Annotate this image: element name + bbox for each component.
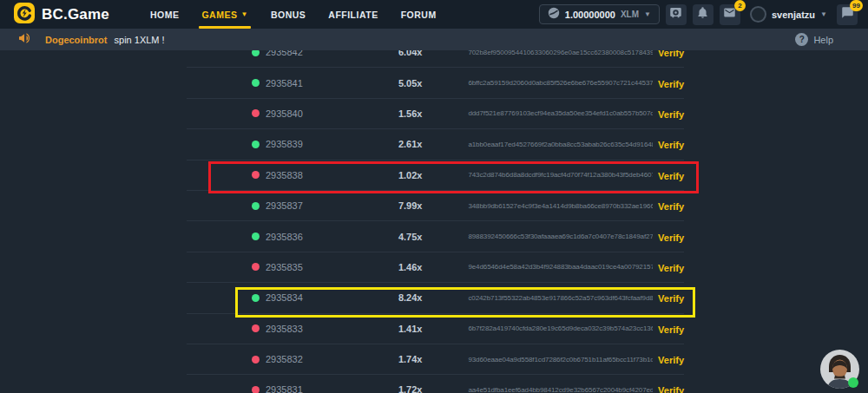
hash-cell: 8988392450666c53f30afaaaea69c1d6a7c0407e…: [468, 233, 653, 240]
announcement-text[interactable]: Dogecoinbrot spin 1XLM !: [45, 35, 165, 45]
verify-cell: Verify: [653, 259, 684, 275]
bet-id-cell: 2935835: [187, 262, 398, 272]
verify-link[interactable]: Verify: [658, 385, 684, 393]
verify-link[interactable]: Verify: [658, 140, 684, 150]
balance-selector[interactable]: 1.00000000 XLM ▼: [539, 4, 660, 24]
verify-cell: Verify: [653, 321, 684, 337]
multiplier-cell: 1.74x: [398, 354, 468, 364]
verify-cell: Verify: [653, 290, 684, 305]
hash-cell: 93d60eaae04a9d558f1cd7286f2c0b6751b11af6…: [468, 356, 653, 364]
mail-badge: 2: [734, 0, 746, 11]
announcement-highlight: Dogecoinbrot: [45, 35, 108, 45]
table-row: 2935841 5.05x 6bffc2a59159d2060d0abc85f5…: [187, 68, 684, 98]
verify-cell: Verify: [653, 229, 684, 245]
results-table-body: 2935842 6.04x 702b8ef9500954410633060296…: [187, 50, 684, 393]
bet-id-cell: 2935834: [187, 292, 398, 303]
nav-item-affiliate[interactable]: AFFILIATE: [317, 0, 389, 29]
bet-id-cell: 2935841: [187, 78, 398, 88]
bet-id: 2935836: [266, 232, 303, 242]
bet-id-cell: 2935832: [187, 354, 398, 364]
table-row: 2935842 6.04x 702b8ef9500954410633060296…: [187, 50, 684, 68]
bet-id-cell: 2935839: [187, 139, 398, 149]
hash-cell: c0242b713f55322ab4853e917866c52a57c963df…: [468, 294, 653, 302]
main-nav: HOME GAMES ▼ BONUS AFFILIATE FORUM: [139, 0, 448, 29]
header-right-cluster: 1.00000000 XLM ▼ 2: [539, 4, 858, 25]
hash-cell: a1bb0eaaf17ed4527669f2a0bba8cc53abab26c6…: [468, 141, 653, 148]
hash-cell: ddd7f521e87769103ecf94ea35da50ee354efd1c…: [468, 109, 653, 117]
online-status-dot: [848, 377, 858, 388]
verify-cell: Verify: [653, 136, 684, 152]
notifications-button[interactable]: [693, 4, 713, 25]
bet-id: 2935842: [266, 50, 303, 57]
help-button[interactable]: ? Help: [795, 33, 833, 46]
help-icon: ?: [795, 33, 808, 46]
table-row: 2935833 1.41x 6b7f282a419740cfda280e19c6…: [187, 314, 684, 344]
chevron-down-icon: ▼: [240, 10, 247, 18]
verify-link[interactable]: Verify: [658, 201, 684, 212]
status-dot: [252, 263, 260, 271]
verify-link[interactable]: Verify: [658, 263, 684, 273]
messages-button[interactable]: 2: [720, 4, 740, 25]
chat-button[interactable]: 99: [837, 4, 858, 25]
verify-cell: Verify: [653, 167, 684, 183]
status-dot: [252, 141, 260, 148]
table-row: 2935832 1.74x 93d60eaae04a9d558f1cd7286f…: [187, 344, 684, 375]
table-row: 2935835 1.46x 9e4d6546d4e58a42d3b4f92488…: [187, 252, 684, 283]
hash-cell: 6bffc2a59159d2060d0abc85f526e6be676e5590…: [468, 79, 653, 87]
hash-cell: aa4e51dfba1eef6ad4bb98412cd9e32b6567c200…: [468, 386, 653, 393]
brand-logo[interactable]: BC.Game: [14, 3, 109, 27]
verify-cell: Verify: [653, 50, 684, 60]
verify-link[interactable]: Verify: [658, 109, 684, 120]
status-dot: [252, 109, 260, 117]
bet-id: 2935839: [266, 139, 303, 149]
nav-item-bonus[interactable]: BONUS: [260, 0, 317, 29]
verify-link[interactable]: Verify: [658, 79, 684, 89]
bet-id: 2935835: [266, 262, 303, 272]
table-row: 2935837 7.99x 348bb9db61527e4c9f3e4a1414…: [187, 191, 684, 221]
verify-link[interactable]: Verify: [658, 233, 684, 243]
status-dot: [252, 324, 260, 332]
nav-item-games[interactable]: GAMES ▼: [190, 0, 259, 29]
user-avatar: [750, 6, 766, 23]
bet-id: 2935833: [266, 324, 303, 334]
multiplier-cell: 1.72x: [398, 384, 468, 393]
multiplier-cell: 5.05x: [398, 78, 468, 88]
table-row: 2935836 4.75x 8988392450666c53f30afaaaea…: [187, 221, 684, 252]
status-dot: [252, 294, 260, 302]
verify-link[interactable]: Verify: [658, 324, 684, 335]
multiplier-cell: 1.41x: [398, 324, 468, 334]
nav-item-forum[interactable]: FORUM: [390, 0, 448, 29]
user-menu[interactable]: svenjatzu ▼: [750, 6, 827, 23]
bet-id-cell: 2935833: [187, 324, 398, 334]
top-header: BC.Game HOME GAMES ▼ BONUS AFFILIATE FOR…: [0, 0, 868, 29]
coin-icon: [548, 7, 560, 23]
table-row: 2935838 1.02x 743c2d874b6d8a8dcdf9fc19ac…: [187, 160, 684, 191]
multiplier-cell: 2.61x: [398, 139, 468, 149]
status-dot: [252, 386, 260, 393]
chevron-down-icon: ▼: [644, 10, 651, 18]
support-chat-avatar[interactable]: [820, 350, 859, 389]
status-dot: [252, 233, 260, 240]
table-row: 2935831 1.72x aa4e51dfba1eef6ad4bb98412c…: [187, 375, 684, 393]
multiplier-cell: 4.75x: [398, 232, 468, 242]
help-label: Help: [813, 35, 833, 45]
vault-button[interactable]: [666, 4, 687, 25]
verify-link[interactable]: Verify: [658, 50, 684, 58]
bet-id: 2935834: [266, 292, 303, 303]
hash-cell: 348bb9db61527e4c9f3e4a1414d9b8ba66ce8970…: [468, 202, 653, 210]
bet-id: 2935838: [266, 170, 303, 180]
verify-link[interactable]: Verify: [658, 355, 684, 365]
bet-id: 2935831: [266, 384, 303, 393]
bet-id-cell: 2935836: [187, 232, 398, 242]
balance-amount: 1.00000000: [565, 10, 615, 20]
multiplier-cell: 1.02x: [398, 170, 468, 180]
status-dot: [252, 50, 260, 56]
username: svenjatzu: [772, 10, 815, 20]
chat-badge: 99: [850, 0, 863, 11]
verify-cell: Verify: [653, 351, 684, 367]
bcgame-logo-icon: [14, 3, 35, 27]
verify-link[interactable]: Verify: [658, 293, 684, 304]
nav-item-home[interactable]: HOME: [139, 0, 191, 29]
verify-link[interactable]: Verify: [658, 171, 684, 181]
status-dot: [252, 79, 260, 87]
